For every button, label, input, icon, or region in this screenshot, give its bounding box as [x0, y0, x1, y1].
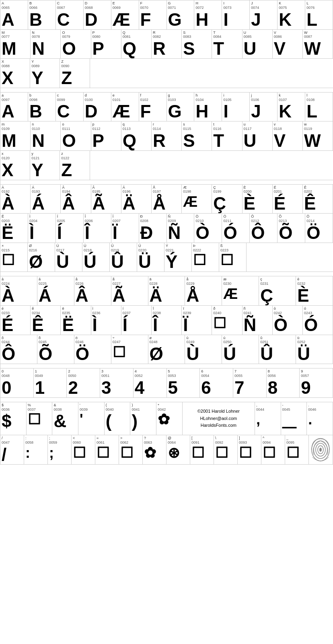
cell-a: a 0097 A	[0, 93, 28, 121]
cell-A: A 0065 A	[0, 0, 28, 29]
cell-3: 3 0051 3	[100, 368, 134, 397]
cell-S: S 0083 S	[182, 30, 212, 59]
cell-Ocirc: Ô 0212 Ô	[250, 214, 278, 243]
cell-colon: : 0058 :	[24, 435, 48, 464]
cell-k: k 0107 K	[278, 93, 305, 121]
row-digits: 0 0048 0 1 0049 1 2 0050 2 3 0051 3 4 00…	[0, 368, 333, 398]
cell-Agrave: À 0192 À	[0, 185, 31, 214]
row-acc-upper-2: Ë 0203 Ë Ì 0204 Ì Í 0205 Í Î 0206 Î Ï 02…	[0, 214, 333, 243]
cell-D: D 0068 D	[84, 0, 111, 29]
row-symbols-2: / 0047 / : 0058 : ; 0059 ; < 0060 ☐ = 00…	[0, 435, 333, 465]
cell-atilde: ã 0227 Ã	[111, 276, 148, 305]
cell-h: h 0104 H	[194, 93, 222, 121]
cell-s: s 0115 S	[182, 121, 212, 150]
cell-iacute: í 0237 Í	[121, 306, 152, 335]
cell-Egrave: È 0200 È	[243, 185, 273, 214]
character-map: A 0065 A B 0066 B C 0067 C D 0068 D E 00…	[0, 0, 333, 465]
cell-g: g 0103 G	[167, 93, 195, 121]
cell-semicolon: ; 0059 ;	[48, 435, 72, 464]
spacer-1	[0, 88, 333, 93]
cell-T: T 0084 T	[212, 30, 242, 59]
cell-Ograve: Ò 0210 Ò	[194, 214, 222, 243]
cell-eth: ð 0240 ☐	[212, 306, 242, 335]
cell-u: u 0117 U	[243, 121, 273, 150]
cell-2: 2 0050 2	[67, 368, 100, 397]
cell-e: e 0101 Æ	[111, 93, 139, 121]
cell-icirc: î 0238 Î	[152, 306, 182, 335]
cell-Ntilde: Ñ 0209 Ñ	[167, 214, 195, 243]
cell-Ccedil: Ç 0199 Ç	[212, 185, 242, 214]
row-acc-upper-1: À 0192 À Á 0193 Á Â 0194 Â Ã 0195 Ã Ä 01…	[0, 185, 333, 214]
cell-Y: Y 0089 Y	[30, 59, 60, 88]
cell-eacute: é 0233 É	[0, 306, 31, 335]
cell-egrave: è 0232 È	[296, 276, 333, 305]
cell-7: 7 0055 7	[233, 368, 267, 397]
empty-space-3	[247, 243, 333, 272]
spacer-4	[0, 364, 333, 368]
cell-agrave: à 0224 À	[0, 276, 37, 305]
cell-caret: ^ 0094 ☐	[261, 435, 285, 464]
cell-L: L 0076 L	[305, 0, 333, 29]
row-acc-lower-1: à 0224 À á 0225 Á â 0226 Â ã 0227 Ã ä 02…	[0, 276, 333, 306]
empty-space-2	[90, 151, 333, 180]
cell-N: N 0078 N	[31, 30, 61, 59]
cell-ouml: ö 0246 Ö	[74, 335, 111, 364]
cell-Uacute: Ú 0218 Ú	[82, 243, 110, 272]
cell-y: y 0121 Y	[30, 151, 60, 180]
cell-oacute: ó 0243 Ó	[303, 306, 333, 335]
cell-auml: ä 0228 Ä	[148, 276, 185, 305]
cell-ecirc: ê 0234 Ê	[31, 306, 61, 335]
cell-O: O 0079 O	[61, 30, 91, 59]
cell-J: J 0074 J	[250, 0, 278, 29]
cell-oslash: ø 0248 Ø	[148, 335, 185, 364]
cell-X: X 0088 X	[0, 59, 30, 88]
cell-Euml: Ë 0203 Ë	[0, 214, 28, 243]
cell-f: f 0102 F	[139, 93, 167, 121]
cell-fingerprint	[309, 435, 333, 464]
row-acc-upper-3: × 0215 ☐ Ø 0216 Ø Ù 0217 Ù Ú 0218 Ú Û 02…	[0, 243, 333, 272]
cell-question: ? 0063 ✿	[143, 435, 166, 464]
cell-Icirc: Î 0206 Î	[84, 214, 111, 243]
cell-Oslash: Ø 0216 Ø	[28, 243, 55, 272]
cell-i: i 0105 I	[222, 93, 250, 121]
cell-V: V 0086 V	[273, 30, 303, 59]
cell-ccedil: ç 0231 Ç	[259, 276, 296, 305]
cell-underscore: _ 0095 ☐	[285, 435, 309, 464]
svg-point-4	[319, 448, 322, 452]
cell-j: j 0106 J	[250, 93, 278, 121]
cell-rparen: ) 0041 )	[130, 402, 156, 435]
cell-E: E 0069 Æ	[111, 0, 139, 29]
cell-ntilde: ñ 0241 Ñ	[243, 306, 273, 335]
cell-Atilde: Ã 0195 Ã	[91, 185, 121, 214]
cell-Igrave: Ì 0204 Ì	[28, 214, 56, 243]
cell-Iacute: Í 0205 Í	[56, 214, 84, 243]
row-uppercase-2: M 0077 M N 0078 N O 0079 O P 0080 P Q 00…	[0, 30, 333, 59]
cell-v: v 0118 V	[273, 121, 303, 150]
spacer-5	[0, 398, 333, 402]
cell-copyright-info: ©2001 Harold Lohner HLohner@aol.com Haro…	[183, 402, 255, 435]
cell-b: b 0098 B	[28, 93, 56, 121]
cell-aring: å 0229 Å	[185, 276, 222, 305]
cell-szlig: ß 0223 ☐	[219, 243, 247, 272]
cell-uuml: ü 0252 Ü	[296, 335, 333, 364]
cell-ograve: ò 0242 Ò	[273, 306, 303, 335]
cell-P: P 0080 P	[91, 30, 121, 59]
row-acc-lower-2: é 0233 É ê 0234 Ê ë 0235 Ë ì 0236 Ì í 02…	[0, 306, 333, 335]
cell-ocirc: ô 0244 Ô	[0, 335, 37, 364]
cell-Oacute: Ó 0211 Ó	[222, 214, 250, 243]
cell-rbracket: ] 0093 ☐	[238, 435, 261, 464]
cell-gt: > 0062 ☐	[119, 435, 143, 464]
cell-Z: Z 0090 Z	[60, 59, 90, 88]
cell-1: 1 0049 1	[34, 368, 67, 397]
cell-m: m 0109 M	[0, 121, 31, 150]
cell-lparen: ( 0040 (	[105, 402, 131, 435]
cell-lt: < 0060 ☐	[72, 435, 95, 464]
empty-space	[90, 59, 333, 88]
row-lowercase-1: a 0097 A b 0098 B c 0099 C d 0100 D e 01…	[0, 93, 333, 122]
cell-0: 0 0048 0	[0, 368, 34, 397]
cell-o: o 0111 O	[61, 121, 91, 150]
cell-iuml: ï 0239 Ï	[182, 306, 212, 335]
cell-backslash: \ 0092 ☐	[214, 435, 238, 464]
cell-R: R 0082 R	[152, 30, 182, 59]
cell-comma: , 0044 ,	[255, 402, 281, 435]
